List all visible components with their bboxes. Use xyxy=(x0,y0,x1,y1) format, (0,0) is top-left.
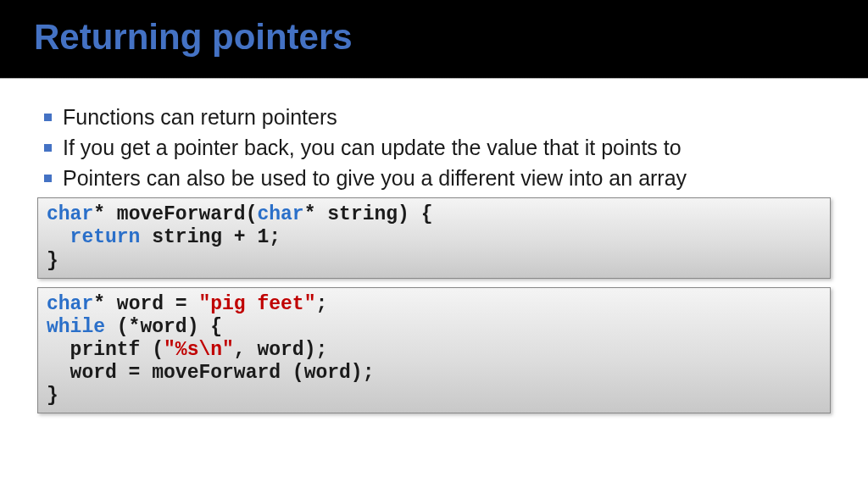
code-text: * word = xyxy=(93,293,198,315)
code-text: * moveForward( xyxy=(93,203,257,225)
code-text: word = moveForward (word); xyxy=(47,362,374,384)
code-keyword: char xyxy=(257,203,303,225)
slide-content: Functions can return pointers If you get… xyxy=(0,80,868,413)
code-text: ; xyxy=(315,293,327,315)
code-keyword: char xyxy=(47,203,93,225)
code-keyword: return xyxy=(70,226,141,248)
code-block-1: char* moveForward(char* string) { return… xyxy=(37,197,831,278)
code-keyword: char xyxy=(47,293,93,315)
list-item: Functions can return pointers xyxy=(37,103,831,132)
code-text: (*word) { xyxy=(105,316,222,338)
code-text: } xyxy=(47,250,58,272)
code-block-2: char* word = "pig feet"; while (*word) {… xyxy=(37,287,831,414)
code-string: "%s\n" xyxy=(164,339,234,361)
list-item: Pointers can also be used to give you a … xyxy=(37,164,831,193)
code-text: string + 1; xyxy=(140,226,281,248)
code-text: } xyxy=(47,385,58,407)
code-keyword: while xyxy=(47,316,105,338)
code-string: "pig feet" xyxy=(198,293,315,315)
bullet-list: Functions can return pointers If you get… xyxy=(37,103,831,192)
slide-header: Returning pointers xyxy=(0,0,868,78)
slide-title: Returning pointers xyxy=(34,17,834,58)
code-text: printf ( xyxy=(47,339,164,361)
code-text: , word); xyxy=(234,339,327,361)
list-item: If you get a pointer back, you can updat… xyxy=(37,134,831,163)
code-text xyxy=(47,226,70,248)
code-text: * string) { xyxy=(304,203,433,225)
